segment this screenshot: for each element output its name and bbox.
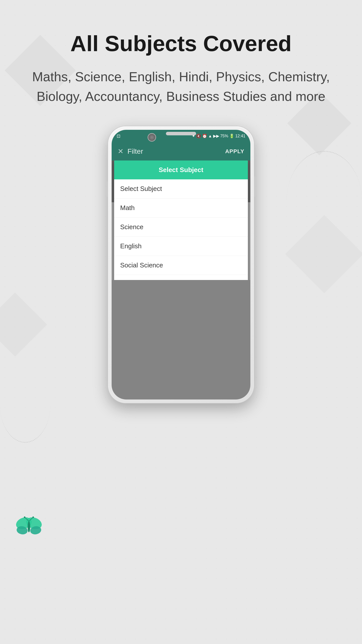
status-left: ⊡ — [117, 133, 120, 139]
main-content-area: Board CBSE ▼ Cl ▼ — [112, 160, 250, 280]
page-title: All Subjects Covered — [25, 30, 337, 57]
app-header: ✕ Filter APPLY — [112, 142, 250, 160]
signal-icon: ▶▶ — [213, 134, 219, 138]
phone-bottom-area — [112, 280, 250, 399]
dropdown-item-math[interactable]: Math — [114, 198, 248, 218]
clock: 12:41 — [235, 134, 245, 138]
filter-title: Filter — [127, 147, 143, 155]
dropdown-item-hindi[interactable]: Hindi — [114, 275, 248, 280]
status-right: ✦ 🔇 ⏰ ▲ ▶▶ 75% 🔋 12:41 — [192, 134, 245, 138]
dropdown-title: Select Subject — [159, 166, 203, 174]
phone-screen: ⊡ ✦ 🔇 ⏰ ▲ ▶▶ 75% 🔋 12:41 ✕ — [112, 130, 250, 399]
wifi-icon: ▲ — [208, 134, 212, 138]
mute-icon: 🔇 — [196, 134, 201, 138]
dropdown-item-social-science[interactable]: Social Science — [114, 256, 248, 275]
battery-icon: 🔋 — [229, 134, 234, 138]
dotted-curve-tr — [287, 151, 362, 252]
screen-content: ✕ Filter APPLY Board CBSE ▼ — [112, 142, 250, 399]
phone-side-btn-right — [254, 177, 256, 197]
apply-button[interactable]: APPLY — [225, 148, 244, 155]
phone-side-btn-left — [106, 182, 108, 197]
phone-camera — [148, 134, 155, 141]
phone-outer-shell: ⊡ ✦ 🔇 ⏰ ▲ ▶▶ 75% 🔋 12:41 ✕ — [108, 126, 254, 403]
svg-point-8 — [32, 516, 34, 518]
svg-point-6 — [24, 516, 25, 518]
phone-mockup: ⊡ ✦ 🔇 ⏰ ▲ ▶▶ 75% 🔋 12:41 ✕ — [108, 126, 254, 403]
dropdown-item-english[interactable]: English — [114, 237, 248, 256]
butterfly-decoration — [15, 516, 43, 538]
dotted-curve-bl — [0, 367, 50, 443]
status-icon: ⊡ — [117, 133, 120, 139]
dropdown-overlay: Select Subject Select Subject Math Scien… — [112, 160, 250, 280]
alarm-icon: ⏰ — [202, 134, 207, 138]
close-button[interactable]: ✕ — [118, 147, 123, 155]
header-left: ✕ Filter — [118, 147, 143, 155]
page-subtitle: Maths, Science, English, Hindi, Physics,… — [25, 67, 337, 106]
battery-percent: 75% — [220, 134, 228, 138]
phone-top-bar — [166, 132, 196, 135]
header-section: All Subjects Covered Maths, Science, Eng… — [0, 30, 362, 106]
svg-point-4 — [28, 521, 30, 532]
dropdown-header: Select Subject — [114, 160, 248, 179]
subject-dropdown: Select Subject Select Subject Math Scien… — [114, 160, 248, 280]
dropdown-item-select-subject[interactable]: Select Subject — [114, 179, 248, 198]
dropdown-item-science[interactable]: Science — [114, 218, 248, 237]
